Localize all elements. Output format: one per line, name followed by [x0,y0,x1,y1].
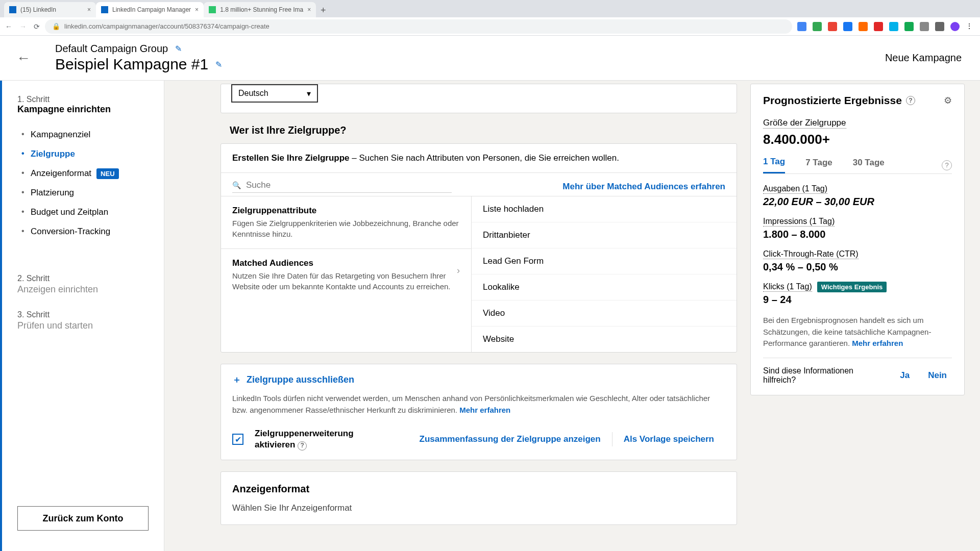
new-tab-button[interactable]: + [316,3,330,17]
matched-item-liste-hochladen[interactable]: Liste hochladen [472,196,737,222]
help-icon[interactable]: ? [942,160,952,170]
language-card: Deutsch ▾ [220,84,737,113]
sidebar-item-zielgruppe[interactable]: Zielgruppe [21,144,149,164]
extension-icons: ⋮ [797,22,975,31]
feedback-yes-button[interactable]: Ja [895,370,915,381]
audience-top-rest: – Suchen Sie nach Attributen von Persone… [350,153,619,163]
metric-value: 0,34 % – 0,50 % [763,261,952,273]
exclude-audience-button[interactable]: ＋ Zielgruppe ausschließen [232,373,725,386]
extension-icon[interactable] [813,22,822,31]
format-subtitle: Wählen Sie Ihr Anzeigenformat [232,503,725,513]
forward-icon[interactable]: → [19,22,27,31]
extension-icon[interactable] [920,22,929,31]
campaign-group-title: Default Campaign Group [55,43,168,55]
show-summary-link[interactable]: Zusammenfassung der Zielgruppe anzeigen [408,434,612,444]
info-icon[interactable]: ? [298,441,307,450]
metric-label: Ausgaben (1 Tag) [763,184,827,194]
extension-icon[interactable] [904,22,914,31]
matched-item-lookalike[interactable]: Lookalike [472,274,737,300]
sidebar-item-conversion[interactable]: Conversion-Tracking [21,222,149,241]
language-value: Deutsch [238,89,268,98]
feedback-no-button[interactable]: Nein [923,370,952,381]
step-3-title: Prüfen und starten [17,320,149,331]
audience-size-label: Größe der Zielgruppe [763,118,846,129]
forecast-note-text: Bei den Ergebnisprognosen handelt es sic… [763,316,931,347]
sidebar-item-label: Platzierung [31,188,74,197]
menu-icon[interactable]: ⋮ [966,22,975,31]
forecast-tab-30tage[interactable]: 30 Tage [853,158,885,173]
audience-size-value: 8.400.000+ [763,132,952,147]
language-select[interactable]: Deutsch ▾ [231,84,318,103]
pencil-icon[interactable]: ✎ [175,44,182,54]
exclude-note: LinkedIn Tools dürfen nicht verwendet we… [232,393,725,416]
gear-icon[interactable]: ⚙ [944,95,952,106]
metric-value: 22,00 EUR – 30,00 EUR [763,196,952,208]
avatar-icon[interactable] [950,22,960,31]
sidebar-item-label: Budget und Zeitplan [31,207,108,217]
matched-item-drittanbieter[interactable]: Drittanbieter [472,222,737,248]
extension-icon[interactable] [859,22,868,31]
audience-expansion-label: Zielgruppenerweiterung aktivieren ? [255,428,387,450]
audience-card: Erstellen Sie Ihre Zielgruppe – Suchen S… [220,143,737,353]
address-bar[interactable]: 🔒 linkedin.com/campaignmanager/account/5… [45,19,792,34]
audience-attributes-option[interactable]: Zielgruppenattribute Fügen Sie Zielgrupp… [221,196,471,249]
info-icon[interactable]: ? [906,96,915,105]
learn-more-link[interactable]: Mehr erfahren [459,406,510,414]
neu-badge: NEU [96,168,118,179]
extension-icon[interactable] [874,22,883,31]
main-content: Deutsch ▾ Wer ist Ihre Zielgruppe? Erste… [164,81,750,551]
chevron-right-icon: › [457,265,460,276]
sidebar-item-budget[interactable]: Budget und Zeitplan [21,203,149,222]
sidebar-item-platzierung[interactable]: Platzierung [21,183,149,203]
option-desc: Nutzen Sie Ihre Daten für das Retargetin… [232,270,460,292]
metric-label: Klicks (1 Tag) [763,282,812,292]
learn-more-link[interactable]: Mehr erfahren [852,339,903,347]
matched-item-video[interactable]: Video [472,300,737,327]
metric-label: Impressions (1 Tag) [763,217,835,227]
close-icon[interactable]: × [195,6,199,13]
back-to-account-button[interactable]: Zurück zum Konto [17,506,149,531]
forecast-note: Bei den Ergebnisprognosen handelt es sic… [763,315,952,349]
forecast-title-text: Prognostizierte Ergebnisse [763,94,902,107]
sidebar-item-kampagnenziel[interactable]: Kampagnenziel [21,125,149,144]
extension-icon[interactable] [828,22,837,31]
close-icon[interactable]: × [307,6,311,13]
ad-format-card: Anzeigenformat Wählen Sie Ihr Anzeigenfo… [220,471,737,525]
matched-item-lead-gen-form[interactable]: Lead Gen Form [472,248,737,274]
sidebar-item-label: Zielgruppe [31,149,75,159]
reload-icon[interactable]: ⟳ [34,22,40,31]
forecast-panel: Prognostizierte Ergebnisse ? ⚙ Größe der… [750,81,980,551]
search-wrap: 🔍 [232,180,452,193]
extension-icon[interactable] [889,22,898,31]
audience-expansion-checkbox[interactable]: ✔ [232,434,243,445]
extension-icon[interactable] [797,22,806,31]
pencil-icon[interactable]: ✎ [215,60,222,69]
browser-tab[interactable]: (15) LinkedIn × [4,2,96,17]
step-1-label: 1. Schritt [17,95,149,104]
app-header: ← Default Campaign Group ✎ Beispiel Kamp… [0,36,980,81]
forecast-tab-7tage[interactable]: 7 Tage [805,158,832,173]
matched-audiences-link[interactable]: Mehr über Matched Audiences erfahren [562,182,725,192]
sidebar-item-label: Kampagnenziel [31,130,90,139]
format-title: Anzeigenformat [232,483,725,495]
plus-icon: ＋ [232,373,241,386]
browser-toolbar: ← → ⟳ 🔒 linkedin.com/campaignmanager/acc… [0,17,980,36]
save-template-link[interactable]: Als Vorlage speichern [612,434,725,444]
extension-icon[interactable] [843,22,852,31]
step-2-title: Anzeigen einrichten [17,284,149,295]
forecast-tab-1tag[interactable]: 1 Tag [763,157,785,173]
close-icon[interactable]: × [87,6,91,13]
tab-title: LinkedIn Campaign Manager [112,6,191,13]
browser-tab[interactable]: LinkedIn Campaign Manager × [96,2,204,17]
metric-label: Click-Through-Rate (CTR) [763,249,859,259]
browser-tab[interactable]: 1.8 million+ Stunning Free Ima × [204,2,316,17]
sidebar-item-label: Anzeigenformat [31,168,91,178]
back-arrow-icon[interactable]: ← [16,50,31,66]
extension-icon[interactable] [935,22,944,31]
matched-item-website[interactable]: Website [472,327,737,352]
sidebar-item-anzeigenformat[interactable]: AnzeigenformatNEU [21,164,149,183]
exclude-card: ＋ Zielgruppe ausschließen LinkedIn Tools… [220,364,737,460]
back-icon[interactable]: ← [5,22,12,31]
search-input[interactable] [246,180,452,190]
matched-audiences-option[interactable]: › Matched Audiences Nutzen Sie Ihre Date… [221,249,471,301]
